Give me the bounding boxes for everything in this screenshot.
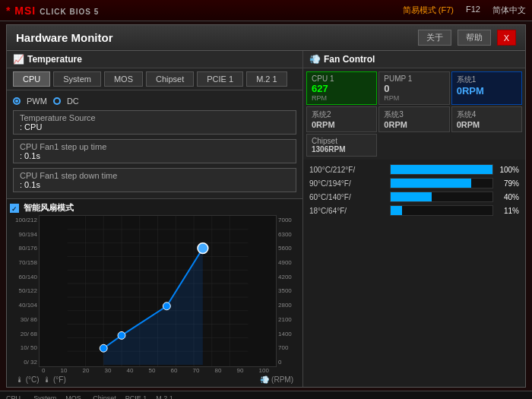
fan-cell-cpu1: CPU 1 627 RPM [306, 71, 377, 105]
fan-icon: 💨 [309, 54, 321, 65]
left-panel: 📈 Temperature CPU System MOS Chipset PCI… [7, 51, 303, 387]
bottom-sensors: CPU 41°C 105°F System 39°C 102°F MOS 50°… [0, 391, 532, 399]
modal-title: Hardware Monitor [16, 31, 113, 44]
sensor-row-1: CPU 41°C 105°F System 39°C 102°F MOS 50°… [6, 394, 526, 399]
hardware-monitor-modal: Hardware Monitor 关于 帮助 X 📈 Temperature C… [6, 24, 526, 388]
simple-mode[interactable]: 简易模式 (F7) [403, 5, 454, 16]
temp-source-value: : CPU [20, 122, 290, 131]
modal-header-buttons: 关于 帮助 X [418, 30, 516, 46]
sensor-cpu: CPU 41°C 105°F [6, 394, 24, 399]
x-axis-labels: 0102030405060708090100 [10, 367, 299, 374]
y-axis-rpm-labels: 70006300560049004200 3500280021001400700… [277, 215, 299, 367]
fan-cell-chipset: Chipset 1306RPM [306, 134, 377, 157]
svg-marker-19 [103, 249, 203, 365]
svg-point-20 [100, 344, 107, 352]
fan1-step-down-label: CPU Fan1 step down time [20, 171, 290, 180]
modal-body: 📈 Temperature CPU System MOS Chipset PCI… [7, 51, 525, 387]
fan1-step-up-label: CPU Fan1 step up time [20, 142, 290, 151]
sensor-system: System 39°C 102°F [33, 394, 56, 399]
lang-label[interactable]: 简体中文 [492, 5, 526, 16]
tab-pcie1[interactable]: PCIE 1 [197, 71, 243, 87]
modal-header: Hardware Monitor 关于 帮助 X [7, 25, 525, 51]
help-button[interactable]: 帮助 [458, 30, 491, 46]
fan1-step-up-box[interactable]: CPU Fan1 step up time : 0.1s [13, 139, 296, 163]
sensor-pcie1: PCIE 1 49°C 120°F [125, 394, 147, 399]
right-panel: 💨 Fan Control CPU 1 627 RPM PUMP 1 0 RPM… [303, 51, 525, 387]
chart-bottom-buttons: 全部全速(F) 全设设为默认(D) 撤销全部设置(C) [10, 385, 299, 387]
about-button[interactable]: 关于 [418, 30, 451, 46]
chart-bottom-icons: 🌡 (°C) 🌡 (°F) 💨 (RPM) [10, 374, 299, 385]
sensor-m21: M.2 1 48°C 118°F [156, 394, 174, 399]
pwm-radio[interactable] [13, 97, 21, 105]
temp-legend-item-4: 18°C/64°F/ 11% [309, 205, 519, 216]
tab-cpu[interactable]: CPU [13, 71, 50, 87]
fan-control-label: Fan Control [324, 54, 375, 65]
top-bar-right: 简易模式 (F7) F12 简体中文 [403, 5, 526, 16]
controls-area: PWM DC Temperature Source : CPU CPU Fan1… [7, 90, 302, 199]
fan-cell-sys2: 系统2 0RPM [306, 106, 377, 132]
temp-legend-item-1: 100°C/212°F/ 100% [309, 164, 519, 175]
rpm-icon: 💨 (RPM) [260, 375, 293, 384]
pwm-label: PWM [27, 97, 47, 106]
sensor-mos: MOS 50°C 122°F [65, 394, 84, 399]
fan-cell-sys1: 系统1 0RPM [451, 71, 522, 105]
top-bar: * MSI CLICK BIOS 5 简易模式 (F7) F12 简体中文 [0, 0, 532, 21]
fan1-step-down-box[interactable]: CPU Fan1 step down time : 0.1s [13, 168, 296, 192]
tab-chipset[interactable]: Chipset [146, 71, 194, 87]
fan-cell-sys4: 系统4 0RPM [451, 106, 522, 132]
tab-system[interactable]: System [53, 71, 101, 87]
fan-cell-sys3: 系统3 0RPM [378, 106, 449, 132]
svg-point-23 [198, 243, 208, 254]
fan-chart: ✓ 智能风扇模式 100/21290/19480/17670/15860/140… [7, 199, 302, 387]
chart-svg [39, 215, 277, 367]
svg-point-22 [163, 302, 170, 310]
fan-grid: CPU 1 627 RPM PUMP 1 0 RPM 系统1 0RPM 系统2 … [303, 68, 525, 160]
f12-label[interactable]: F12 [466, 5, 480, 16]
temp-icon: 🌡 (°C) 🌡 (°F) [16, 375, 66, 384]
tab-mos[interactable]: MOS [104, 71, 143, 87]
fan-control-header: 💨 Fan Control [303, 51, 525, 68]
temperature-icon: 📈 [13, 54, 24, 65]
fan1-step-down-value: : 0.1s [20, 180, 290, 189]
dc-label: DC [67, 97, 79, 106]
temp-source-label: Temperature Source [20, 113, 290, 122]
pwm-dc-radio: PWM DC [13, 97, 296, 106]
y-axis-labels: 100/21290/19480/17670/15860/140 50/12240… [10, 215, 39, 367]
temp-legend-item-3: 60°C/140°F/ 40% [309, 192, 519, 202]
close-button[interactable]: X [497, 30, 516, 46]
temp-legend: 100°C/212°F/ 100% 90°C/194°F/ 79% 60°C/1… [303, 160, 525, 220]
temperature-tab-header: 📈 Temperature [7, 51, 302, 68]
sensor-chipset: Chipset 64°C 147°F [93, 394, 116, 399]
dc-radio[interactable] [53, 97, 61, 105]
smart-fan-title: 智能风扇模式 [24, 202, 74, 214]
temp-source-box[interactable]: Temperature Source : CPU [13, 110, 296, 135]
svg-point-21 [118, 331, 125, 339]
temp-legend-item-2: 90°C/194°F/ 79% [309, 178, 519, 188]
temperature-tab-label: Temperature [27, 54, 82, 65]
logo: * MSI CLICK BIOS 5 [6, 5, 99, 17]
sub-tabs: CPU System MOS Chipset PCIE 1 M.2 1 [7, 68, 302, 90]
fan1-step-up-value: : 0.1s [20, 151, 290, 160]
smart-fan-checkbox[interactable]: ✓ [10, 204, 19, 213]
chart-area: 100/21290/19480/17670/15860/140 50/12240… [10, 215, 299, 367]
chart-svg-area[interactable] [39, 215, 277, 367]
fan-cell-pump1: PUMP 1 0 RPM [378, 71, 449, 105]
tab-m21[interactable]: M.2 1 [246, 71, 287, 87]
